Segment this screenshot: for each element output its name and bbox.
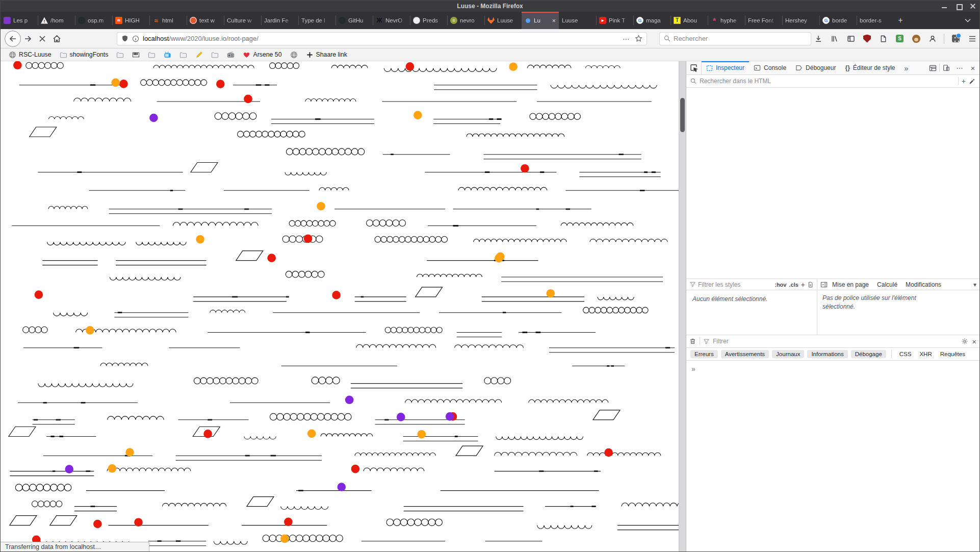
bookmark-folder[interactable] — [208, 50, 222, 60]
devtools-tab-editeur-de-style[interactable]: {} Éditeur de style — [840, 61, 899, 74]
console-settings-button[interactable] — [961, 338, 968, 345]
console-output[interactable]: » — [686, 361, 979, 551]
devtools-meatball-menu-button[interactable]: ⋯ — [953, 61, 966, 74]
bookmark-tv[interactable] — [161, 50, 174, 60]
console-filter-journaux[interactable]: Journaux — [772, 350, 804, 358]
tab-osp-m[interactable]: osp.m — [75, 12, 112, 29]
sidebar-tab-mise-en-page[interactable]: Mise en page — [829, 280, 872, 289]
tab--hom[interactable]: !/hom — [38, 12, 75, 29]
list-all-tabs-button[interactable] — [961, 12, 974, 29]
sidebars-button[interactable] — [844, 32, 858, 45]
tampermonkey-button[interactable] — [909, 32, 923, 45]
minimize-button[interactable] — [941, 3, 948, 10]
hov-toggle[interactable]: :hov — [775, 282, 786, 288]
tab-hershey[interactable]: Hershey — [782, 12, 819, 29]
tab-type-de-l[interactable]: Type de l — [298, 12, 336, 29]
tab-abou[interactable]: TAbou — [670, 12, 708, 29]
close-button[interactable] — [969, 3, 976, 10]
console-filter-erreurs[interactable]: Erreurs — [690, 350, 718, 358]
forward-button[interactable] — [21, 32, 35, 46]
shaarli-button[interactable]: S — [893, 32, 907, 45]
home-button[interactable] — [49, 32, 64, 46]
site-info-icon[interactable] — [132, 35, 139, 42]
devtools-extra-tool-button[interactable] — [926, 61, 939, 74]
page-scrollbar-track[interactable] — [679, 61, 686, 551]
bookmark-pencil[interactable] — [192, 50, 206, 60]
console-prompt-icon[interactable]: » — [691, 365, 695, 373]
tab-html[interactable]: ≈html — [149, 12, 187, 29]
page-actions-icon[interactable]: ⋯ — [623, 35, 630, 43]
sidebar-tab-modifications[interactable]: Modifications — [902, 280, 945, 289]
tab-luuse[interactable]: Luuse — [484, 12, 522, 29]
console-filter-informations[interactable]: Informations — [807, 350, 847, 358]
search-input[interactable] — [674, 35, 807, 42]
styles-filter-placeholder[interactable]: Filtrer les styles — [698, 281, 772, 288]
bookmark-piano[interactable] — [129, 50, 143, 60]
extensions-button[interactable] — [949, 32, 963, 45]
console-filter-avertissements[interactable]: Avertissements — [721, 350, 769, 358]
bookmark-showingfonts[interactable]: showingFonts — [57, 50, 112, 60]
console-filter-css[interactable]: CSS — [897, 350, 914, 358]
account-button[interactable] — [925, 32, 939, 45]
sidebar-tabs-dropdown[interactable]: ▾ — [973, 281, 976, 288]
tab-text-w[interactable]: text w — [187, 12, 224, 29]
maximize-button[interactable] — [955, 3, 962, 10]
downloads-button[interactable] — [811, 32, 825, 45]
page-scrollbar-thumb[interactable] — [680, 98, 685, 132]
tab-pink-t[interactable]: ▶Pink T — [596, 12, 633, 29]
bookmark-shaare-link[interactable]: Shaare link — [303, 50, 351, 60]
url-text[interactable]: localhost/www/2020/luuse.io/root-page/ — [143, 35, 617, 42]
back-button[interactable] — [5, 31, 21, 47]
tab-culture-w[interactable]: Culture w — [224, 12, 261, 29]
new-tab-button[interactable]: + — [894, 12, 907, 29]
devtools-close-button[interactable]: × — [966, 61, 979, 74]
toggle-pane-icon[interactable] — [820, 282, 828, 288]
add-rule-button[interactable]: + — [801, 281, 805, 289]
ublock-button[interactable] — [860, 32, 874, 45]
menu-button[interactable] — [965, 32, 979, 45]
console-filter-débogage[interactable]: Débogage — [851, 350, 886, 358]
bookmark-folder[interactable] — [113, 50, 127, 60]
tab-border-s[interactable]: border-s — [857, 12, 894, 29]
tab-borde[interactable]: Gborde — [819, 12, 857, 29]
console-filter-input[interactable] — [713, 338, 958, 345]
add-node-button[interactable]: + — [962, 77, 966, 85]
tab-maga[interactable]: Gmaga — [633, 12, 670, 29]
pick-element-button[interactable] — [686, 61, 702, 74]
tracking-protection-shield-icon[interactable] — [121, 35, 128, 42]
devtools-tab-debogueur[interactable]: Débogueur — [791, 61, 840, 74]
library-button[interactable] — [828, 32, 841, 45]
sidebar-tab-calcule[interactable]: Calculé — [873, 280, 901, 289]
console-filter-xhr[interactable]: XHR — [917, 350, 934, 358]
bookmark-rsc-luuse[interactable]: RSC-Luuse — [6, 50, 55, 60]
html-tree-pane[interactable] — [686, 88, 979, 279]
cls-toggle[interactable]: .cls — [789, 282, 798, 288]
clear-console-button[interactable] — [689, 338, 696, 345]
close-split-console-button[interactable]: × — [972, 337, 976, 346]
bookmark-star-icon[interactable] — [635, 35, 642, 42]
page-tool-button[interactable] — [876, 32, 890, 45]
tab-high[interactable]: ılıHIGH — [112, 12, 149, 29]
eyedropper-button[interactable] — [969, 78, 975, 85]
tab-free-font[interactable]: Free Font — [745, 12, 782, 29]
tab-jardin-fe[interactable]: Jardin Fe — [261, 12, 298, 29]
devtools-tab-inspecteur[interactable]: Inspecteur — [702, 61, 749, 74]
tab-preds[interactable]: Preds — [410, 12, 447, 29]
print-media-icon[interactable] — [808, 282, 813, 288]
search-bar[interactable] — [659, 32, 811, 45]
bookmark-radio[interactable] — [224, 50, 238, 60]
url-bar[interactable]: localhost/www/2020/luuse.io/root-page/ ⋯ — [117, 32, 647, 45]
html-search-input[interactable] — [700, 78, 955, 85]
devtools-tab-console[interactable]: Console — [749, 61, 791, 74]
bookmark-folder[interactable] — [176, 50, 190, 60]
tab-hyphe[interactable]: *hyphe — [708, 12, 745, 29]
tab-githu[interactable]: GitHu — [336, 12, 373, 29]
bookmark-globe[interactable] — [287, 50, 301, 60]
tab-les-p[interactable]: Les p — [1, 12, 38, 29]
more-devtools-tabs-button[interactable]: » — [900, 61, 913, 74]
tab-luuse[interactable]: Luuse — [559, 12, 596, 29]
tab-nevro[interactable]: ≡nevro — [447, 12, 484, 29]
tab-lu[interactable]: Lu× — [522, 12, 559, 29]
tab-close-icon[interactable]: × — [552, 17, 556, 24]
bookmark-folder[interactable] — [145, 50, 159, 60]
